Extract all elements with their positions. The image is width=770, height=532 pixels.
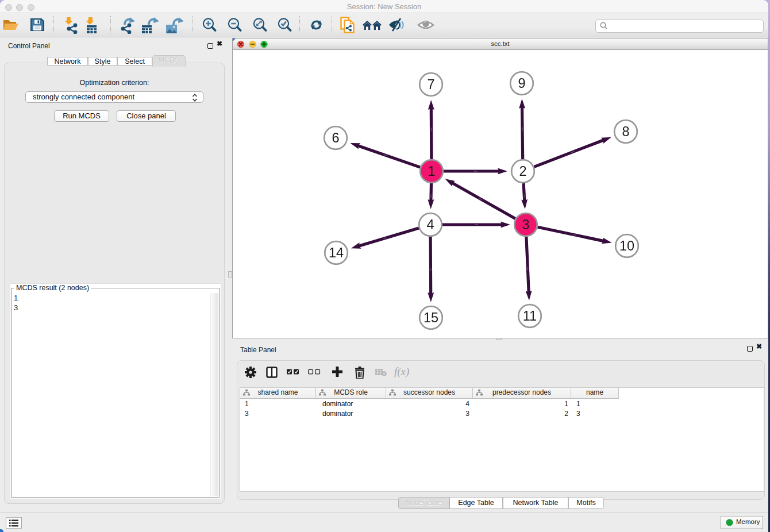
svg-text:15: 15 [424, 310, 438, 325]
svg-text:7: 7 [427, 77, 434, 92]
svg-text:6: 6 [332, 130, 339, 145]
svg-text:8: 8 [622, 124, 629, 139]
svg-text:14: 14 [329, 245, 344, 260]
svg-text:9: 9 [518, 76, 525, 91]
svg-text:11: 11 [523, 309, 537, 323]
svg-text:4: 4 [426, 217, 434, 232]
svg-text:2: 2 [519, 164, 526, 179]
svg-text:10: 10 [619, 238, 634, 253]
svg-text:3: 3 [522, 217, 529, 232]
svg-text:1: 1 [428, 164, 435, 179]
